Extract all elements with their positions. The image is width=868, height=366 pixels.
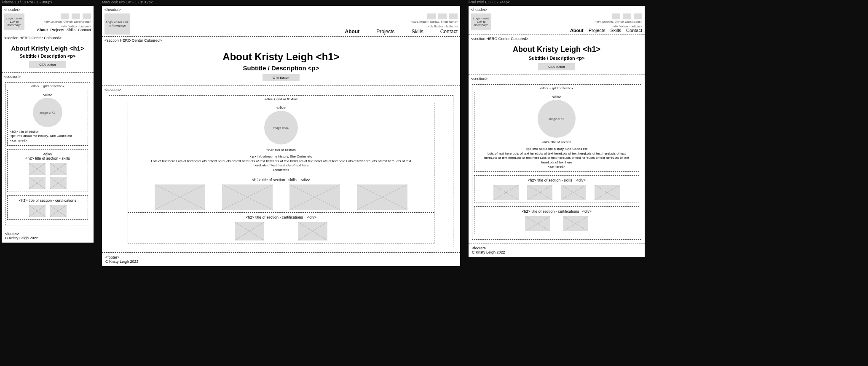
copyright: C Kristy Leigh 2022 [472,250,641,254]
cert-thumb [298,222,327,240]
div-tag: <div> [10,93,85,97]
avatar: image of KL [538,100,576,138]
skill-thumb [50,163,67,175]
nav-contact[interactable]: Contact [78,28,91,32]
about-card: <div> image of KL <h2> title of section … [474,92,639,172]
nav-caption: <div flexbox - buttons> [613,25,642,28]
skill-thumb [29,177,46,189]
frame-title-ipad: iPad mini 8.3 - 1 - 744px [469,0,510,4]
div-tag: <div> [582,209,592,214]
certs-card: <h2> title of section - certifications <… [474,206,639,234]
nav-about[interactable]: About [570,28,584,33]
frame-title-macbook: MacBook Pro 14" - 1 - 1512px [102,0,153,4]
footer: <footer> C Kristy Leigh 2022 [2,229,94,243]
nav-about[interactable]: About [345,29,360,35]
page-subtitle: Subtitle / Description <p> [104,64,458,72]
header-tag: <header> [104,8,458,12]
social-caption: <div LinkedIn, GitHub, Email icons> [411,20,458,23]
linkedin-icon[interactable] [61,13,69,19]
skill-thumb [155,184,205,210]
div-tag: <div> [477,95,636,99]
frame-iphone: iPhone 13 / 13 Pro - 1 - 390px <header> … [2,6,94,243]
nav-contact[interactable]: Contact [440,29,458,35]
certs-heading: <h2> title of section - certifications [246,215,303,219]
hero: About Kristy Leigh <h1> Subtitle / Descr… [2,42,94,73]
page-subtitle: Subtitle / Description <p> [470,56,643,61]
logo[interactable]: Logo: canva Link to homepage [4,13,24,30]
div-tag: <div> [131,106,431,110]
frame-ipad: iPad mini 8.3 - 1 - 744px <header> Logo:… [469,6,645,257]
certs-heading: <h2> title of section - certifications [522,209,579,214]
skill-thumb [29,163,46,175]
frame-title-iphone: iPhone 13 / 13 Pro - 1 - 390px [2,0,52,4]
skill-thumb [222,184,273,210]
section-tag: <section> [469,75,645,83]
nav-about[interactable]: About [37,28,48,32]
div-tag: <div> [307,215,316,219]
about-card: <div> image of KL <h2> title of section … [128,103,434,175]
cert-thumb [563,216,588,231]
grid-caption: <div> + grid or flexbox [7,84,88,88]
header: <header> Logo: canva Link to homepage <d… [469,6,645,35]
main-nav: About Projects Skills Contact [345,29,458,35]
skill-thumb [561,185,586,200]
social-icons [427,13,458,19]
header-tag: <header> [471,8,642,12]
nav-projects[interactable]: Projects [589,28,605,33]
copyright: C Kristy Leigh 2022 [5,236,90,240]
avatar: image of KL [264,111,298,144]
nav-caption: <div flexbox - buttons> [62,25,91,28]
nav-skills[interactable]: Skills [412,29,423,35]
page-title: About Kristy Leigh <h1> [470,45,643,54]
header-tag: <header> [4,8,91,12]
logo[interactable]: Logo: canva Link to homepage [104,13,130,35]
nav-projects[interactable]: Projects [50,28,64,32]
footer-tag: <footer> [472,246,641,250]
nav-skills[interactable]: Skills [67,28,75,32]
logo[interactable]: Logo: canva Link to homepage [471,13,491,30]
header: <header> Logo: canva Link to homepage <d… [102,6,460,37]
hero: About Kristy Leigh <h1> Subtitle / Descr… [469,43,645,75]
skill-thumb [289,184,340,210]
email-icon[interactable] [83,13,91,19]
div-tag: <div> [301,178,310,182]
cta-button[interactable]: CTA button [29,61,66,68]
email-icon[interactable] [449,13,458,19]
skill-thumb [357,184,407,210]
nav-skills[interactable]: Skills [610,28,621,33]
hero-tag: <section HERO Center Coloured> [102,37,460,44]
hero-tag: <section HERO Center Coloured> [469,35,645,43]
linkedin-icon[interactable] [427,13,436,19]
grid-caption: <div> + grid or flexbox [111,97,451,101]
main-nav: About Projects Skills Contact [37,28,91,32]
hero-tag: <section HERO Center Coloured> [2,34,94,42]
content-grid: <div> + grid or flexbox <div> image of K… [109,95,453,247]
github-icon[interactable] [438,13,447,19]
hero: About Kristy Leigh <h1> Subtitle / Descr… [102,44,460,86]
cta-button[interactable]: CTA button [263,74,299,81]
page-title: About Kristy Leigh <h1> [3,45,92,52]
page-title: About Kristy Leigh <h1> [104,51,458,63]
div-tag: <div> [10,152,85,156]
nav-contact[interactable]: Contact [626,28,642,33]
social-caption: <div LinkedIn, GitHub, Email icons> [595,20,642,23]
footer: <footer> C Kristy Leigh 2022 [469,243,645,257]
certs-card: <h2> title of section - certifications <… [128,212,434,243]
skills-card: <h2> title of section - skills <div> [474,175,639,203]
social-icons [61,13,91,19]
certs-card: <h2> title of section - certifications [7,195,88,220]
cert-thumb [525,216,550,231]
email-icon[interactable] [634,13,642,19]
skills-heading: <h2> title of section - skills [252,178,297,182]
content-grid: <div> + grid or flexbox <div> image of K… [5,82,90,225]
linkedin-icon[interactable] [612,13,620,19]
github-icon[interactable] [623,13,631,19]
social-icons [612,13,642,19]
skill-thumb [50,177,67,189]
about-text: <h2> title of section <p> info about me … [131,148,431,172]
cta-button[interactable]: CTA button [538,63,575,70]
github-icon[interactable] [72,13,80,19]
social-caption: <div LinkedIn, GitHub, Email icons> [44,20,91,23]
nav-projects[interactable]: Projects [376,29,394,35]
skills-heading: <h2> title of section - skills [10,156,85,160]
